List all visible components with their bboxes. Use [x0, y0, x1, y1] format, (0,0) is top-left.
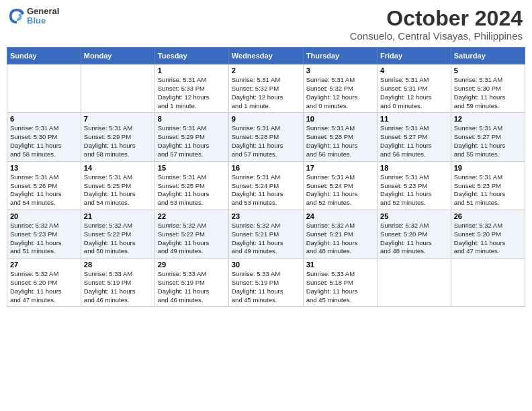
day-number: 26	[454, 212, 522, 220]
day-info: Sunrise: 5:33 AM Sunset: 5:19 PM Dayligh…	[232, 270, 300, 304]
weekday-header-tuesday: Tuesday	[154, 48, 228, 64]
calendar-cell: 7Sunrise: 5:31 AM Sunset: 5:29 PM Daylig…	[81, 113, 154, 161]
day-number: 9	[232, 115, 300, 123]
calendar-cell: 6Sunrise: 5:31 AM Sunset: 5:30 PM Daylig…	[7, 113, 81, 161]
day-info: Sunrise: 5:32 AM Sunset: 5:21 PM Dayligh…	[232, 222, 300, 256]
day-info: Sunrise: 5:31 AM Sunset: 5:30 PM Dayligh…	[454, 76, 522, 110]
day-info: Sunrise: 5:33 AM Sunset: 5:19 PM Dayligh…	[84, 270, 152, 304]
calendar-cell: 19Sunrise: 5:31 AM Sunset: 5:23 PM Dayli…	[451, 161, 525, 210]
calendar-week-row: 27Sunrise: 5:32 AM Sunset: 5:20 PM Dayli…	[7, 259, 525, 307]
day-info: Sunrise: 5:33 AM Sunset: 5:19 PM Dayligh…	[158, 270, 226, 304]
day-number: 5	[454, 66, 522, 75]
calendar-week-row: 1Sunrise: 5:31 AM Sunset: 5:33 PM Daylig…	[7, 64, 525, 113]
calendar-cell: 1Sunrise: 5:31 AM Sunset: 5:33 PM Daylig…	[154, 64, 228, 113]
calendar-cell: 12Sunrise: 5:31 AM Sunset: 5:27 PM Dayli…	[451, 113, 525, 161]
title-area: October 2024 Consuelo, Central Visayas, …	[350, 7, 523, 42]
calendar-cell: 9Sunrise: 5:31 AM Sunset: 5:28 PM Daylig…	[228, 113, 303, 161]
day-info: Sunrise: 5:31 AM Sunset: 5:32 PM Dayligh…	[232, 76, 300, 110]
calendar-cell: 24Sunrise: 5:32 AM Sunset: 5:21 PM Dayli…	[303, 210, 377, 258]
calendar-cell: 29Sunrise: 5:33 AM Sunset: 5:19 PM Dayli…	[154, 259, 228, 307]
calendar-cell: 27Sunrise: 5:32 AM Sunset: 5:20 PM Dayli…	[7, 259, 81, 307]
day-number: 10	[306, 115, 374, 123]
weekday-header-friday: Friday	[378, 48, 451, 64]
day-info: Sunrise: 5:31 AM Sunset: 5:26 PM Dayligh…	[10, 173, 78, 208]
day-number: 17	[306, 164, 374, 172]
day-info: Sunrise: 5:31 AM Sunset: 5:23 PM Dayligh…	[380, 173, 448, 208]
calendar-cell	[7, 64, 81, 113]
day-number: 16	[232, 164, 300, 172]
day-info: Sunrise: 5:31 AM Sunset: 5:29 PM Dayligh…	[84, 124, 152, 158]
calendar-cell: 22Sunrise: 5:32 AM Sunset: 5:22 PM Dayli…	[154, 210, 228, 258]
day-info: Sunrise: 5:32 AM Sunset: 5:20 PM Dayligh…	[10, 270, 78, 304]
day-number: 20	[10, 212, 78, 220]
calendar-cell: 25Sunrise: 5:32 AM Sunset: 5:20 PM Dayli…	[378, 210, 451, 258]
day-number: 15	[158, 164, 226, 172]
day-number: 31	[306, 261, 374, 269]
location-title: Consuelo, Central Visayas, Philippines	[350, 30, 523, 42]
day-info: Sunrise: 5:31 AM Sunset: 5:33 PM Dayligh…	[158, 76, 226, 110]
calendar-cell: 14Sunrise: 5:31 AM Sunset: 5:25 PM Dayli…	[81, 161, 154, 210]
calendar-cell: 20Sunrise: 5:32 AM Sunset: 5:23 PM Dayli…	[7, 210, 81, 258]
calendar-week-row: 6Sunrise: 5:31 AM Sunset: 5:30 PM Daylig…	[7, 113, 525, 161]
day-number: 8	[158, 115, 226, 123]
calendar-cell	[451, 259, 525, 307]
day-info: Sunrise: 5:31 AM Sunset: 5:24 PM Dayligh…	[306, 173, 374, 208]
day-info: Sunrise: 5:32 AM Sunset: 5:20 PM Dayligh…	[380, 222, 448, 256]
calendar-cell: 23Sunrise: 5:32 AM Sunset: 5:21 PM Dayli…	[228, 210, 303, 258]
calendar-cell: 30Sunrise: 5:33 AM Sunset: 5:19 PM Dayli…	[228, 259, 303, 307]
day-info: Sunrise: 5:31 AM Sunset: 5:24 PM Dayligh…	[232, 173, 300, 208]
day-number: 27	[10, 261, 78, 269]
day-number: 21	[84, 212, 152, 220]
weekday-header-sunday: Sunday	[7, 48, 81, 64]
day-info: Sunrise: 5:32 AM Sunset: 5:23 PM Dayligh…	[10, 222, 78, 256]
month-title: October 2024	[350, 7, 523, 30]
day-number: 3	[306, 66, 374, 75]
day-number: 7	[84, 115, 152, 123]
calendar-cell: 10Sunrise: 5:31 AM Sunset: 5:28 PM Dayli…	[303, 113, 377, 161]
calendar-week-row: 20Sunrise: 5:32 AM Sunset: 5:23 PM Dayli…	[7, 210, 525, 258]
weekday-header-thursday: Thursday	[303, 48, 377, 64]
calendar-cell: 2Sunrise: 5:31 AM Sunset: 5:32 PM Daylig…	[228, 64, 303, 113]
day-info: Sunrise: 5:32 AM Sunset: 5:22 PM Dayligh…	[84, 222, 152, 256]
day-number: 24	[306, 212, 374, 220]
page-header: General Blue October 2024 Consuelo, Cent…	[7, 7, 525, 42]
logo: General Blue	[9, 7, 59, 26]
day-number: 2	[232, 66, 300, 75]
day-number: 30	[232, 261, 300, 269]
day-info: Sunrise: 5:31 AM Sunset: 5:25 PM Dayligh…	[158, 173, 226, 208]
day-info: Sunrise: 5:31 AM Sunset: 5:27 PM Dayligh…	[454, 124, 522, 158]
day-number: 28	[84, 261, 152, 269]
logo-icon	[9, 9, 24, 24]
day-number: 11	[380, 115, 448, 123]
day-number: 1	[158, 66, 226, 75]
day-number: 29	[158, 261, 226, 269]
weekday-header-wednesday: Wednesday	[228, 48, 303, 64]
calendar-cell: 4Sunrise: 5:31 AM Sunset: 5:31 PM Daylig…	[378, 64, 451, 113]
day-info: Sunrise: 5:32 AM Sunset: 5:21 PM Dayligh…	[306, 222, 374, 256]
day-info: Sunrise: 5:31 AM Sunset: 5:25 PM Dayligh…	[84, 173, 152, 208]
calendar-cell: 3Sunrise: 5:31 AM Sunset: 5:32 PM Daylig…	[303, 64, 377, 113]
calendar-cell: 16Sunrise: 5:31 AM Sunset: 5:24 PM Dayli…	[228, 161, 303, 210]
day-info: Sunrise: 5:32 AM Sunset: 5:20 PM Dayligh…	[454, 222, 522, 256]
calendar-table: SundayMondayTuesdayWednesdayThursdayFrid…	[7, 47, 525, 307]
calendar-cell: 5Sunrise: 5:31 AM Sunset: 5:30 PM Daylig…	[451, 64, 525, 113]
calendar-cell: 31Sunrise: 5:33 AM Sunset: 5:18 PM Dayli…	[303, 259, 377, 307]
day-number: 18	[380, 164, 448, 172]
day-number: 13	[10, 164, 78, 172]
calendar-cell: 26Sunrise: 5:32 AM Sunset: 5:20 PM Dayli…	[451, 210, 525, 258]
calendar-cell	[378, 259, 451, 307]
day-number: 14	[84, 164, 152, 172]
day-info: Sunrise: 5:31 AM Sunset: 5:32 PM Dayligh…	[306, 76, 374, 110]
weekday-header-monday: Monday	[81, 48, 154, 64]
day-info: Sunrise: 5:31 AM Sunset: 5:27 PM Dayligh…	[380, 124, 448, 158]
weekday-header-row: SundayMondayTuesdayWednesdayThursdayFrid…	[7, 48, 525, 64]
day-number: 22	[158, 212, 226, 220]
calendar-cell: 15Sunrise: 5:31 AM Sunset: 5:25 PM Dayli…	[154, 161, 228, 210]
day-info: Sunrise: 5:31 AM Sunset: 5:31 PM Dayligh…	[380, 76, 448, 110]
day-number: 12	[454, 115, 522, 123]
day-info: Sunrise: 5:31 AM Sunset: 5:30 PM Dayligh…	[10, 124, 78, 158]
calendar-cell	[81, 64, 154, 113]
day-info: Sunrise: 5:31 AM Sunset: 5:23 PM Dayligh…	[454, 173, 522, 208]
day-number: 25	[380, 212, 448, 220]
logo-line2: Blue	[27, 16, 59, 26]
